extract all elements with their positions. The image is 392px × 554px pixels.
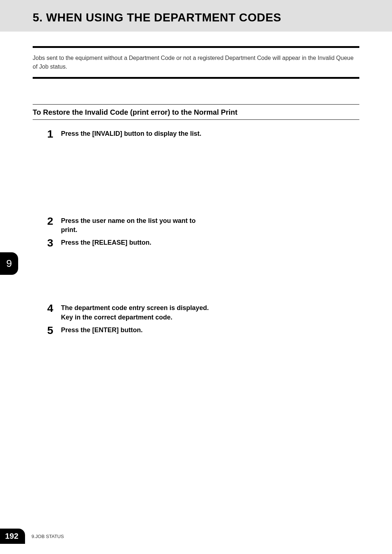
section-heading: To Restore the Invalid Code (print error…: [33, 105, 359, 119]
step-item: 2 Press the user name on the list you wa…: [47, 216, 359, 235]
step-text: Press the [ENTER] button.: [61, 325, 143, 335]
chapter-number: 9: [6, 258, 12, 269]
page-title: 5. WHEN USING THE DEPARTMENT CODES: [33, 11, 392, 24]
intro-block: Jobs sent to the equipment without a Dep…: [33, 46, 359, 79]
step-item: 5 Press the [ENTER] button.: [47, 325, 359, 336]
step-item: 1 Press the [INVALID] button to display …: [47, 129, 359, 139]
header-band: 5. WHEN USING THE DEPARTMENT CODES: [0, 0, 392, 32]
rule-bottom: [33, 77, 359, 79]
content-area: Jobs sent to the equipment without a Dep…: [0, 46, 392, 336]
step-number: 3: [47, 237, 61, 248]
footer: 192 9.JOB STATUS: [0, 529, 64, 544]
step-text: Press the [RELEASE] button.: [61, 237, 151, 247]
step-text: Press the [INVALID] button to display th…: [61, 129, 201, 138]
step-number: 2: [47, 216, 61, 227]
step-number: 4: [47, 303, 61, 314]
footer-label: 9.JOB STATUS: [32, 534, 64, 539]
step-number: 1: [47, 129, 61, 139]
page-number-badge: 192: [0, 529, 25, 544]
section-heading-wrap: To Restore the Invalid Code (print error…: [33, 104, 359, 120]
step-text: The department code entry screen is disp…: [61, 303, 213, 322]
section-rule-bottom: [33, 119, 359, 120]
step-number: 5: [47, 325, 61, 336]
chapter-tab: 9: [0, 252, 18, 275]
step-text: Press the user name on the list you want…: [61, 216, 213, 235]
steps-list: 1 Press the [INVALID] button to display …: [33, 129, 359, 336]
intro-text: Jobs sent to the equipment without a Dep…: [33, 48, 359, 77]
step-item: 4 The department code entry screen is di…: [47, 303, 359, 322]
step-item: 3 Press the [RELEASE] button.: [47, 237, 359, 248]
